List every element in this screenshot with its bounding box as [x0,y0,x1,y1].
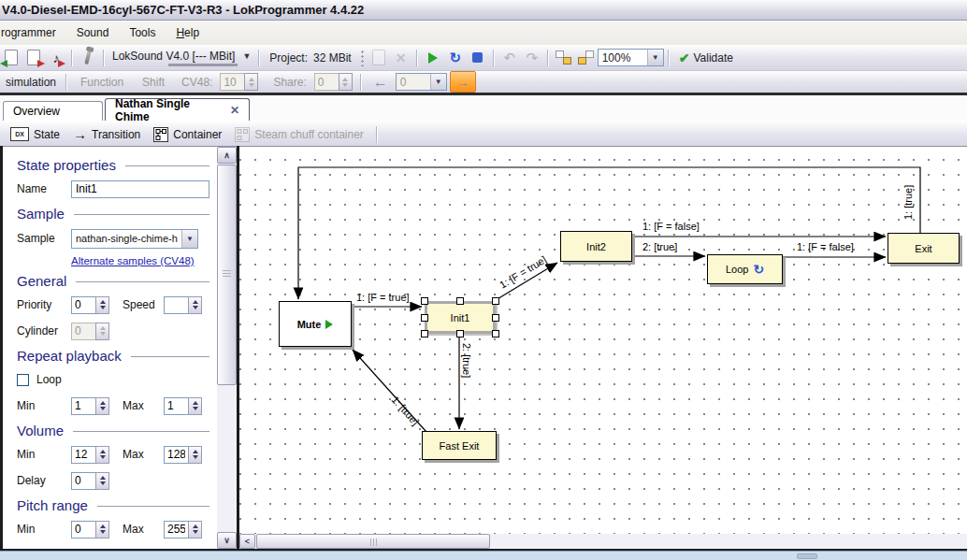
spinner-buttons[interactable] [95,296,109,314]
tab-nathan-single-chime[interactable]: Nathan Single Chime ✕ [105,98,250,121]
pitch-max-input[interactable] [164,521,188,538]
write-sound-button[interactable]: ♪ [46,48,66,68]
selection-handle[interactable] [492,330,499,337]
selection-handle[interactable] [456,297,464,305]
spin-up-icon[interactable] [193,300,198,304]
read-from-programmer-button[interactable] [1,48,22,68]
selection-handle[interactable] [421,314,428,322]
spin-down-icon[interactable] [100,306,106,309]
spin-up-icon[interactable] [100,450,106,453]
pitch-min-spinner[interactable] [71,521,109,538]
speed-spinner[interactable] [164,296,202,314]
spin-down-icon[interactable] [100,530,106,534]
red-arrow-icon [37,60,45,67]
priority-spinner[interactable] [71,296,109,314]
state-node-exit[interactable]: Exit [888,233,960,264]
delay-spinner[interactable] [71,472,109,490]
spinner-buttons[interactable] [188,521,202,538]
delete-button[interactable]: ✕ [391,48,411,68]
panel-scrollbar[interactable]: ∧ ∨ [217,147,237,549]
play-sound-button[interactable] [423,48,443,68]
speed-input[interactable] [164,296,188,314]
loop-play-button[interactable]: ↻ [445,48,466,68]
selection-handle[interactable] [492,297,499,305]
selection-handle[interactable] [492,314,499,322]
selection-handle[interactable] [456,330,464,337]
decoder-type-select[interactable]: LokSound V4.0 [--- MBit] ▼ [108,48,254,67]
spin-up-icon[interactable] [193,401,198,405]
scroll-up-button[interactable]: ∧ [217,147,237,164]
validate-button[interactable]: ✔ Validate [673,50,739,65]
spinner-buttons[interactable] [188,296,202,314]
close-tab-icon[interactable]: ✕ [230,104,239,117]
zoom-select[interactable]: 100% ▼ [598,49,664,66]
scroll-left-button[interactable]: < [239,534,255,549]
spin-up-icon[interactable] [193,450,198,453]
spinner-buttons[interactable] [95,446,109,464]
spin-down-icon[interactable] [193,455,198,459]
state-node-init2[interactable]: Init2 [560,231,632,262]
repeat-max-spinner[interactable] [164,397,202,415]
spin-down-icon[interactable] [193,306,198,309]
spin-up-icon[interactable] [100,401,106,405]
state-node-init1[interactable]: Init1 [425,301,496,334]
spin-down-icon[interactable] [193,530,198,534]
selection-handle[interactable] [421,297,428,305]
state-diagram-canvas[interactable]: 1: [F = true]1: [F = true]1: [F = false]… [239,147,967,534]
state-node-mute[interactable]: Mute [279,301,352,347]
menu-programmer[interactable]: rogrammer [0,23,66,42]
state-node-loop[interactable]: Loop↻ [707,254,783,284]
volume-max-input[interactable] [164,446,188,464]
tab-overview[interactable]: Overview [3,101,103,121]
spin-up-icon[interactable] [193,524,198,528]
add-container-button[interactable]: Container [147,124,228,145]
scrollbar-thumb[interactable] [217,165,237,385]
send-to-back-button[interactable] [576,48,597,68]
scroll-down-button[interactable]: ∨ [217,532,237,549]
spinner-buttons[interactable] [95,397,109,415]
volume-min-spinner[interactable] [71,446,109,464]
scrollbar-thumb[interactable] [256,534,490,549]
menu-tools[interactable]: Tools [119,23,166,42]
spin-up-icon[interactable] [100,476,106,480]
programmer-connection-button[interactable] [78,48,98,68]
volume-max-spinner[interactable] [164,446,202,464]
spin-down-icon[interactable] [100,455,106,459]
add-transition-button[interactable]: → Transition [66,124,147,145]
alternate-samples-link[interactable]: Alternate samples (CV48) [71,255,195,266]
selection-handle[interactable] [421,330,428,337]
repeat-min-spinner[interactable] [71,397,109,415]
spinner-buttons[interactable] [95,472,109,490]
pitch-min-label: Min [17,523,71,536]
menu-help[interactable]: Help [166,23,209,42]
menu-sound[interactable]: Sound [66,23,120,42]
sample-select[interactable]: nathan-single-chime-h ▼ [71,229,198,249]
spin-down-icon[interactable] [193,407,198,410]
priority-input[interactable] [71,296,95,314]
spin-up-icon[interactable] [100,524,106,528]
stop-button[interactable] [468,48,488,68]
spin-up-icon[interactable] [100,300,106,304]
repeat-min-input[interactable] [71,397,95,415]
delay-input[interactable] [71,472,95,490]
next-state-button[interactable]: → [450,71,476,93]
previous-state-button[interactable]: ← [370,72,391,93]
chevron-down-icon[interactable]: ▼ [181,230,197,248]
add-state-button[interactable]: DX State [4,124,66,145]
pitch-max-spinner[interactable] [164,521,202,538]
volume-min-input[interactable] [71,446,95,464]
chevron-down-icon[interactable]: ▼ [647,50,663,65]
name-input[interactable] [71,180,209,198]
spin-down-icon[interactable] [100,407,106,410]
spinner-buttons[interactable] [95,521,109,538]
repeat-max-input[interactable] [164,397,188,415]
spinner-buttons[interactable] [188,446,202,464]
spin-down-icon[interactable] [100,481,106,485]
canvas-hscrollbar[interactable]: < [239,534,967,549]
state-node-fastexit[interactable]: Fast Exit [422,431,497,460]
bring-to-front-button[interactable] [554,48,574,68]
loop-checkbox[interactable] [17,374,29,386]
write-to-programmer-button[interactable] [23,48,44,68]
pitch-min-input[interactable] [71,521,95,538]
spinner-buttons[interactable] [188,397,202,415]
